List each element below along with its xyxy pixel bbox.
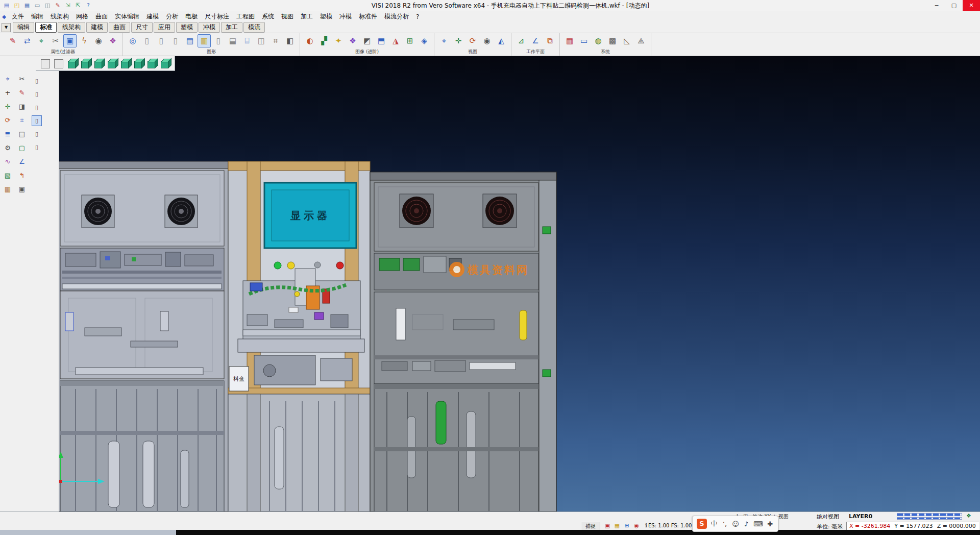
tab[interactable]: 塑模 (176, 22, 198, 33)
menu-item[interactable]: 建模 (143, 11, 162, 22)
shadow-icon[interactable]: ◩ (360, 34, 374, 47)
save-icon[interactable]: ▦ (22, 2, 32, 10)
attribute-copy-icon[interactable]: ⇄ (20, 34, 34, 47)
column-1-icon[interactable]: ▯ (140, 34, 154, 47)
maximize-button[interactable]: ▢ (945, 0, 963, 11)
arrow-up-icon[interactable]: ↰ (16, 170, 28, 181)
doc-slot-1-icon[interactable]: ▯ (32, 76, 42, 86)
left-view-icon[interactable] (119, 57, 131, 69)
ime-mode-chinese[interactable]: 中 (710, 519, 718, 528)
section-icon[interactable]: ◮ (389, 34, 402, 47)
right-view-icon[interactable] (106, 57, 117, 69)
pan-icon[interactable]: ✛ (452, 34, 465, 47)
erase-icon[interactable]: ◨ (16, 101, 28, 112)
open-folder-icon[interactable]: ◰ (12, 2, 21, 10)
sheet-icon[interactable]: ▤ (183, 34, 197, 47)
top-view-icon[interactable] (80, 57, 91, 69)
measure-icon[interactable]: ⌗ (16, 115, 28, 126)
color-palette-icon[interactable]: ❖ (106, 34, 119, 47)
grid-icon[interactable]: ▦ (2, 184, 13, 194)
tab[interactable]: 冲模 (199, 22, 220, 33)
grid-settings-icon[interactable]: ▩ (606, 34, 619, 47)
column-3-icon[interactable]: ▯ (169, 34, 182, 47)
ime-punctuation[interactable]: ’, (721, 520, 728, 528)
monitor-icon[interactable]: ▭ (577, 34, 591, 47)
shading-icon[interactable]: ◧ (283, 34, 297, 47)
cylinder-icon[interactable]: ◎ (126, 34, 139, 47)
print-preview-icon[interactable]: ◫ (43, 2, 52, 10)
active-sheet-icon[interactable]: ▥ (198, 34, 211, 47)
zoom-fit-icon[interactable]: ⌖ (437, 34, 451, 47)
selection-filter-icon[interactable]: ▣ (63, 34, 77, 47)
angle-icon[interactable]: ∠ (16, 156, 28, 167)
new-document-icon[interactable]: ▤ (2, 2, 11, 10)
attribute-edit-icon[interactable]: ✎ (6, 34, 19, 47)
previous-view-icon[interactable]: ◉ (480, 34, 494, 47)
blank-sheet-icon[interactable]: ▯ (212, 34, 225, 47)
wireframe-icon[interactable]: ◫ (255, 34, 268, 47)
light-icon[interactable]: ✦ (332, 34, 345, 47)
compare-icon[interactable]: ⊞ (403, 34, 416, 47)
curve-icon[interactable]: ∿ (2, 156, 13, 167)
track-icon[interactable]: ◉ (632, 522, 641, 530)
ime-toolbox-icon[interactable]: ✚ (767, 520, 774, 528)
plot-icon[interactable]: ✎ (53, 2, 62, 10)
menu-item[interactable]: 标准件 (355, 11, 381, 22)
texture-icon[interactable]: ▞ (317, 34, 331, 47)
menu-item[interactable]: 文件 (8, 11, 28, 22)
pencil-edit-icon[interactable]: ✎ (16, 87, 28, 98)
back-view-icon[interactable] (133, 57, 144, 69)
layers-status-icon[interactable]: ❖ (966, 513, 971, 519)
dynamic-view-icon[interactable]: ◭ (495, 34, 508, 47)
scissors-trim-icon[interactable]: ✂ (16, 74, 28, 84)
layer-visibility-icon[interactable]: ◉ (92, 34, 105, 47)
menu-item[interactable]: 尺寸标注 (201, 11, 233, 22)
material-icon[interactable]: ❖ (346, 34, 359, 47)
column-2-icon[interactable]: ▯ (155, 34, 168, 47)
render-quality-icon[interactable]: ⟁ (634, 34, 648, 47)
menu-item[interactable]: 加工 (297, 11, 316, 22)
workplane-view-icon[interactable]: ⧉ (543, 34, 556, 47)
export-icon[interactable]: ⇱ (74, 2, 83, 10)
layers-icon[interactable]: ≣ (2, 129, 13, 139)
menu-item[interactable]: 系统 (258, 11, 278, 22)
print-icon[interactable]: ▭ (33, 2, 42, 10)
menu-item[interactable]: 模流分析 (381, 11, 412, 22)
front-view-icon[interactable] (93, 57, 104, 69)
tab-dropdown-icon[interactable]: ▼ (2, 23, 11, 32)
clipboard-icon[interactable]: ▣ (16, 184, 28, 194)
globe-icon[interactable]: ◍ (592, 34, 605, 47)
menu-item[interactable]: 电极 (182, 11, 201, 22)
import-icon[interactable]: ⇲ (63, 2, 72, 10)
ime-emoji-icon[interactable]: ☺ (732, 520, 739, 528)
select-icon[interactable]: ⌖ (2, 74, 13, 84)
slope-icon[interactable]: ◺ (620, 34, 633, 47)
sogou-logo-icon[interactable]: S (697, 519, 707, 529)
doc-slot-3-icon[interactable]: ▯ (32, 102, 42, 113)
solid-view-icon[interactable]: ⬓ (226, 34, 239, 47)
doc-slot-4-icon[interactable]: ▯ (32, 115, 42, 126)
menu-item[interactable]: 冲模 (336, 11, 355, 22)
help-icon[interactable]: ? (84, 2, 93, 10)
rotate-view-icon[interactable]: ⟳ (466, 34, 479, 47)
viewport-split-icon[interactable] (53, 57, 64, 69)
gear-icon[interactable]: ⚙ (2, 142, 13, 153)
menu-item[interactable]: 视图 (278, 11, 297, 22)
workplane-align-icon[interactable]: ∠ (529, 34, 542, 47)
tab[interactable]: 标准 (35, 22, 57, 33)
menu-item[interactable]: 分析 (162, 11, 182, 22)
cut-icon[interactable]: ✂ (49, 34, 62, 47)
gallery-icon[interactable]: ◈ (418, 34, 431, 47)
doc-slot-5-icon[interactable]: ▯ (32, 129, 42, 139)
surface-icon[interactable]: ▧ (2, 170, 13, 181)
mesh-icon[interactable]: ⌗ (269, 34, 282, 47)
menu-item[interactable]: 塑模 (316, 11, 336, 22)
menu-item[interactable]: 实体编辑 (111, 11, 143, 22)
tab[interactable]: 线架构 (58, 22, 85, 33)
menu-item[interactable]: 网格 (72, 11, 92, 22)
doc-slot-2-icon[interactable]: ▯ (32, 89, 42, 100)
doc-stack-icon[interactable]: ⌸ (240, 34, 254, 47)
ime-mic-icon[interactable]: ♪ (743, 520, 750, 528)
box-icon[interactable]: ▢ (16, 142, 28, 153)
iso-view-icon[interactable] (66, 57, 78, 69)
